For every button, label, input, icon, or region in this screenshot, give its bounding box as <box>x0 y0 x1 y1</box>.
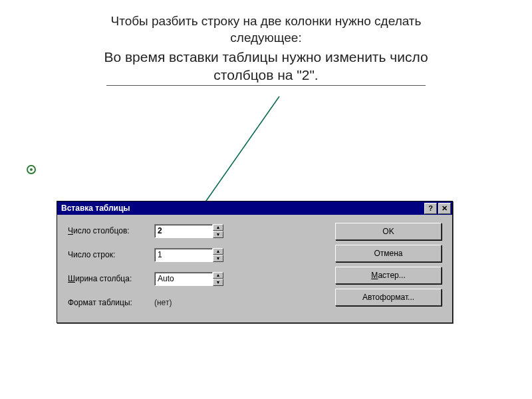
slide-subtitle: Во время вставки таблицы нужно изменить … <box>0 49 532 84</box>
slide-title-l1: Чтобы разбить строку на две колонки нужн… <box>111 14 422 28</box>
spinner-rows: ▲ ▼ <box>154 248 223 262</box>
row-rows: Число строк: ▲ ▼ <box>68 247 335 263</box>
width-down[interactable]: ▼ <box>213 279 223 286</box>
spinner-width: ▲ ▼ <box>154 272 223 286</box>
autoformat-button[interactable]: Автоформат... <box>335 289 442 306</box>
help-icon: ? <box>428 205 433 212</box>
ok-button[interactable]: OK <box>335 223 442 240</box>
form-fields: Число столбцов: ▲ ▼ Число строк: ▲ ▼ <box>68 223 335 311</box>
slide-title: Чтобы разбить строку на две колонки нужн… <box>0 13 532 46</box>
format-value: (нет) <box>154 298 172 307</box>
chevron-up-icon: ▲ <box>216 273 221 277</box>
columns-input[interactable] <box>154 224 213 238</box>
dialog-buttons: OK Отмена Мастер... Автоформат... <box>335 223 442 311</box>
row-columns: Число столбцов: ▲ ▼ <box>68 223 335 239</box>
chevron-up-icon: ▲ <box>216 249 221 253</box>
columns-up[interactable]: ▲ <box>213 224 223 231</box>
rows-input[interactable] <box>154 248 213 262</box>
label-rows: Число строк: <box>68 250 154 259</box>
chevron-down-icon: ▼ <box>216 232 221 237</box>
wizard-button[interactable]: Мастер... <box>335 267 442 284</box>
slide-sub-l1: Во время вставки таблицы нужно изменить … <box>104 49 428 65</box>
dialog-titlebar[interactable]: Вставка таблицы ? ✕ <box>57 201 452 215</box>
rows-down[interactable]: ▼ <box>213 255 223 262</box>
close-icon: ✕ <box>442 205 448 212</box>
chevron-down-icon: ▼ <box>216 256 221 261</box>
cancel-button[interactable]: Отмена <box>335 245 442 262</box>
spinner-columns: ▲ ▼ <box>154 224 223 238</box>
close-button[interactable]: ✕ <box>438 203 451 214</box>
divider <box>106 85 426 86</box>
dialog-body: Число столбцов: ▲ ▼ Число строк: ▲ ▼ <box>57 215 452 323</box>
label-format: Формат таблицы: <box>68 298 154 307</box>
rows-up[interactable]: ▲ <box>213 248 223 255</box>
width-up[interactable]: ▲ <box>213 272 223 279</box>
columns-down[interactable]: ▼ <box>213 231 223 238</box>
slide-title-l2: следующее: <box>230 31 301 45</box>
dialog-title: Вставка таблицы <box>61 203 423 213</box>
chevron-up-icon: ▲ <box>216 225 221 229</box>
label-columns: Число столбцов: <box>68 226 154 235</box>
row-width: Ширина столбца: ▲ ▼ <box>68 271 335 287</box>
row-format: Формат таблицы: (нет) <box>68 295 335 311</box>
label-width: Ширина столбца: <box>68 274 154 283</box>
width-input[interactable] <box>154 272 213 286</box>
insert-table-dialog: Вставка таблицы ? ✕ Число столбцов: ▲ ▼ … <box>57 201 453 323</box>
help-button[interactable]: ? <box>424 203 437 214</box>
bullet-icon <box>27 165 36 174</box>
chevron-down-icon: ▼ <box>216 280 221 285</box>
slide-sub-l2: столбцов на "2". <box>213 67 318 82</box>
